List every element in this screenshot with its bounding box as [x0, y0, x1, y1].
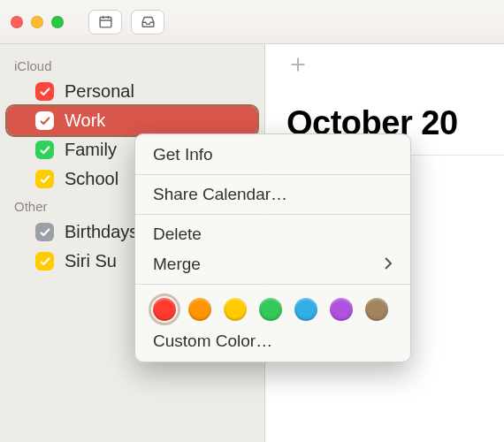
sidebar-item-personal[interactable]: Personal — [0, 77, 264, 106]
color-swatch[interactable] — [365, 298, 388, 321]
sidebar-item-work[interactable]: Work — [7, 106, 257, 135]
svg-rect-0 — [100, 18, 111, 27]
calendar-checkbox[interactable] — [35, 223, 54, 241]
calendar-checkbox[interactable] — [35, 111, 54, 130]
menu-separator — [135, 284, 410, 285]
sidebar-item-label: Family — [65, 140, 117, 160]
calendar-list-toggle-button[interactable] — [88, 10, 122, 34]
calendar-checkbox[interactable] — [35, 252, 54, 271]
color-swatch[interactable] — [294, 298, 317, 321]
calendar-context-menu: Get Info Share Calendar… Delete Merge Cu… — [134, 133, 411, 362]
checkmark-icon — [39, 226, 51, 239]
menu-item-label: Merge — [153, 255, 201, 274]
color-swatch[interactable] — [188, 298, 211, 321]
menu-item-delete[interactable]: Delete — [135, 219, 410, 249]
plus-icon — [289, 56, 307, 73]
sidebar-item-label: Work — [65, 110, 105, 131]
color-swatch-row — [135, 289, 410, 326]
color-swatch[interactable] — [330, 298, 353, 321]
checkmark-icon — [39, 86, 51, 98]
calendar-icon — [98, 14, 113, 29]
calendar-checkbox[interactable] — [35, 82, 54, 101]
calendar-checkbox[interactable] — [35, 170, 54, 188]
sidebar-section-header: iCloud — [0, 53, 264, 77]
sidebar-item-label: Personal — [65, 81, 134, 102]
menu-item-share-calendar[interactable]: Share Calendar… — [135, 179, 410, 210]
menu-item-custom-color[interactable]: Custom Color… — [135, 326, 410, 356]
window-controls — [11, 16, 64, 28]
chevron-right-icon — [384, 255, 393, 274]
menu-separator — [135, 214, 410, 215]
menu-item-merge[interactable]: Merge — [135, 249, 410, 279]
menu-item-get-info[interactable]: Get Info — [135, 140, 410, 170]
menu-separator — [135, 174, 410, 175]
color-swatch[interactable] — [153, 298, 176, 321]
color-swatch[interactable] — [259, 298, 282, 321]
checkmark-icon — [39, 173, 51, 186]
minimize-window-button[interactable] — [31, 16, 43, 28]
toolbar — [0, 0, 504, 44]
checkmark-icon — [39, 144, 51, 156]
color-swatch[interactable] — [224, 298, 247, 321]
sidebar-item-label: Birthdays — [65, 222, 138, 242]
tray-icon — [141, 14, 156, 29]
add-event-button[interactable] — [286, 53, 504, 95]
checkmark-icon — [39, 115, 51, 127]
close-window-button[interactable] — [11, 16, 23, 28]
inbox-button[interactable] — [131, 10, 164, 34]
calendar-checkbox[interactable] — [35, 141, 54, 159]
sidebar-item-label: Siri Su — [65, 251, 117, 271]
maximize-window-button[interactable] — [51, 16, 64, 28]
sidebar-item-label: School — [65, 169, 118, 189]
checkmark-icon — [39, 255, 51, 268]
